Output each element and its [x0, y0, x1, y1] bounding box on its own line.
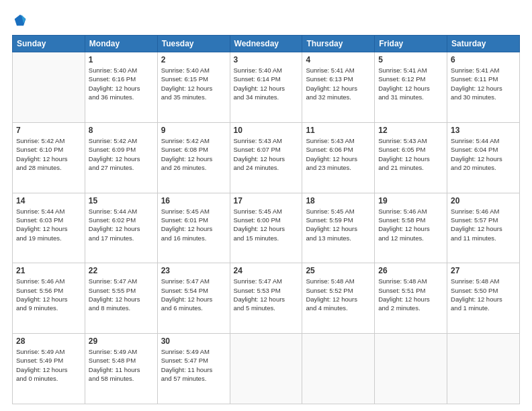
calendar-cell: 30Sunrise: 5:49 AMSunset: 5:47 PMDayligh…	[157, 334, 230, 404]
calendar-week-row: 1Sunrise: 5:40 AMSunset: 6:16 PMDaylight…	[13, 52, 520, 123]
col-header-friday: Friday	[375, 36, 447, 52]
logo	[12, 12, 27, 28]
day-number: 29	[89, 336, 154, 346]
cell-line: Sunset: 5:52 PM	[306, 286, 371, 295]
cell-line: Daylight: 12 hours	[89, 295, 154, 304]
cell-line: and 20 minutes.	[451, 163, 516, 172]
col-header-saturday: Saturday	[447, 36, 520, 52]
cell-line: and 9 minutes.	[16, 304, 81, 312]
col-header-thursday: Thursday	[302, 36, 375, 52]
day-number: 25	[306, 266, 371, 275]
cell-line: Sunrise: 5:45 AM	[234, 207, 299, 216]
cell-line: Sunrise: 5:45 AM	[161, 207, 226, 216]
col-header-sunday: Sunday	[13, 36, 85, 52]
day-number: 21	[16, 266, 81, 275]
cell-line: Daylight: 12 hours	[451, 84, 516, 93]
calendar-cell	[447, 334, 520, 404]
calendar-cell: 16Sunrise: 5:45 AMSunset: 6:01 PMDayligh…	[157, 193, 230, 263]
cell-line: Sunrise: 5:41 AM	[306, 66, 371, 75]
cell-line: Sunrise: 5:41 AM	[451, 66, 516, 75]
cell-line: Sunset: 6:16 PM	[89, 75, 154, 83]
day-number: 17	[234, 196, 299, 205]
cell-line: Sunset: 6:00 PM	[234, 216, 299, 224]
cell-line: Sunrise: 5:42 AM	[89, 136, 154, 145]
cell-line: Sunset: 6:02 PM	[89, 216, 154, 224]
cell-line: Sunset: 6:04 PM	[451, 145, 516, 154]
cell-line: Sunrise: 5:44 AM	[89, 207, 154, 216]
page: SundayMondayTuesdayWednesdayThursdayFrid…	[0, 0, 532, 411]
cell-line: and 36 minutes.	[89, 93, 154, 101]
logo-icon	[13, 13, 27, 27]
calendar-cell: 6Sunrise: 5:41 AMSunset: 6:11 PMDaylight…	[447, 52, 520, 123]
calendar-cell: 10Sunrise: 5:43 AMSunset: 6:07 PMDayligh…	[230, 122, 302, 193]
cell-line: Sunrise: 5:43 AM	[378, 136, 443, 145]
cell-line: Sunrise: 5:47 AM	[161, 277, 226, 285]
cell-line: Sunrise: 5:41 AM	[378, 66, 443, 75]
calendar-week-row: 28Sunrise: 5:49 AMSunset: 5:49 PMDayligh…	[13, 334, 520, 404]
day-number: 20	[451, 196, 516, 205]
calendar-cell: 7Sunrise: 5:42 AMSunset: 6:10 PMDaylight…	[13, 122, 85, 193]
calendar-cell: 19Sunrise: 5:46 AMSunset: 5:58 PMDayligh…	[375, 193, 447, 263]
calendar-week-row: 14Sunrise: 5:44 AMSunset: 6:03 PMDayligh…	[13, 193, 520, 263]
day-number: 7	[16, 126, 81, 135]
cell-line: Sunset: 5:54 PM	[161, 286, 226, 295]
cell-line: and 30 minutes.	[451, 93, 516, 101]
cell-line: and 6 minutes.	[161, 304, 226, 312]
day-number: 3	[234, 55, 299, 64]
calendar-cell: 11Sunrise: 5:43 AMSunset: 6:06 PMDayligh…	[302, 122, 375, 193]
day-number: 11	[306, 126, 371, 135]
cell-line: and 0 minutes.	[16, 374, 81, 383]
header	[12, 12, 520, 28]
cell-line: and 19 minutes.	[16, 234, 81, 242]
cell-line: and 28 minutes.	[16, 163, 81, 172]
cell-line: Sunrise: 5:44 AM	[16, 207, 81, 216]
cell-line: Sunset: 5:59 PM	[306, 216, 371, 224]
calendar-cell	[302, 334, 375, 404]
cell-line: and 27 minutes.	[89, 163, 154, 172]
cell-line: Sunset: 5:55 PM	[89, 286, 154, 295]
day-number: 8	[89, 126, 154, 135]
cell-line: Sunrise: 5:44 AM	[451, 136, 516, 145]
cell-line: Daylight: 12 hours	[16, 224, 81, 233]
cell-line: and 11 minutes.	[451, 234, 516, 242]
calendar-cell: 9Sunrise: 5:42 AMSunset: 6:08 PMDaylight…	[157, 122, 230, 193]
calendar-table: SundayMondayTuesdayWednesdayThursdayFrid…	[12, 35, 520, 404]
cell-line: Daylight: 12 hours	[378, 224, 443, 233]
calendar-cell: 21Sunrise: 5:46 AMSunset: 5:56 PMDayligh…	[13, 263, 85, 334]
calendar-cell: 17Sunrise: 5:45 AMSunset: 6:00 PMDayligh…	[230, 193, 302, 263]
cell-line: Sunset: 5:48 PM	[89, 356, 154, 365]
cell-line: Daylight: 12 hours	[234, 84, 299, 93]
cell-line: Daylight: 12 hours	[378, 84, 443, 93]
cell-line: Sunset: 6:07 PM	[234, 145, 299, 154]
calendar-week-row: 21Sunrise: 5:46 AMSunset: 5:56 PMDayligh…	[13, 263, 520, 334]
day-number: 16	[161, 196, 226, 205]
calendar-cell: 18Sunrise: 5:45 AMSunset: 5:59 PMDayligh…	[302, 193, 375, 263]
day-number: 10	[234, 126, 299, 135]
cell-line: Sunset: 6:08 PM	[161, 145, 226, 154]
cell-line: and 21 minutes.	[378, 163, 443, 172]
cell-line: Sunset: 5:58 PM	[378, 216, 443, 224]
cell-line: and 4 minutes.	[306, 304, 371, 312]
cell-line: Sunset: 5:56 PM	[16, 286, 81, 295]
cell-line: Daylight: 12 hours	[16, 295, 81, 304]
day-number: 2	[161, 55, 226, 64]
calendar-cell: 14Sunrise: 5:44 AMSunset: 6:03 PMDayligh…	[13, 193, 85, 263]
cell-line: Sunrise: 5:40 AM	[161, 66, 226, 75]
cell-line: Sunset: 5:50 PM	[451, 286, 516, 295]
calendar-cell: 24Sunrise: 5:47 AMSunset: 5:53 PMDayligh…	[230, 263, 302, 334]
cell-line: and 8 minutes.	[89, 304, 154, 312]
calendar-header-row: SundayMondayTuesdayWednesdayThursdayFrid…	[13, 36, 520, 52]
cell-line: Daylight: 12 hours	[234, 154, 299, 163]
cell-line: Sunset: 6:12 PM	[378, 75, 443, 83]
cell-line: Daylight: 11 hours	[89, 365, 154, 374]
cell-line: and 17 minutes.	[89, 234, 154, 242]
cell-line: Sunrise: 5:43 AM	[234, 136, 299, 145]
cell-line: Sunset: 6:01 PM	[161, 216, 226, 224]
cell-line: Sunset: 6:13 PM	[306, 75, 371, 83]
cell-line: Daylight: 12 hours	[89, 224, 154, 233]
day-number: 1	[89, 55, 154, 64]
cell-line: Sunset: 6:06 PM	[306, 145, 371, 154]
cell-line: Sunrise: 5:42 AM	[161, 136, 226, 145]
day-number: 15	[89, 196, 154, 205]
day-number: 24	[234, 266, 299, 275]
